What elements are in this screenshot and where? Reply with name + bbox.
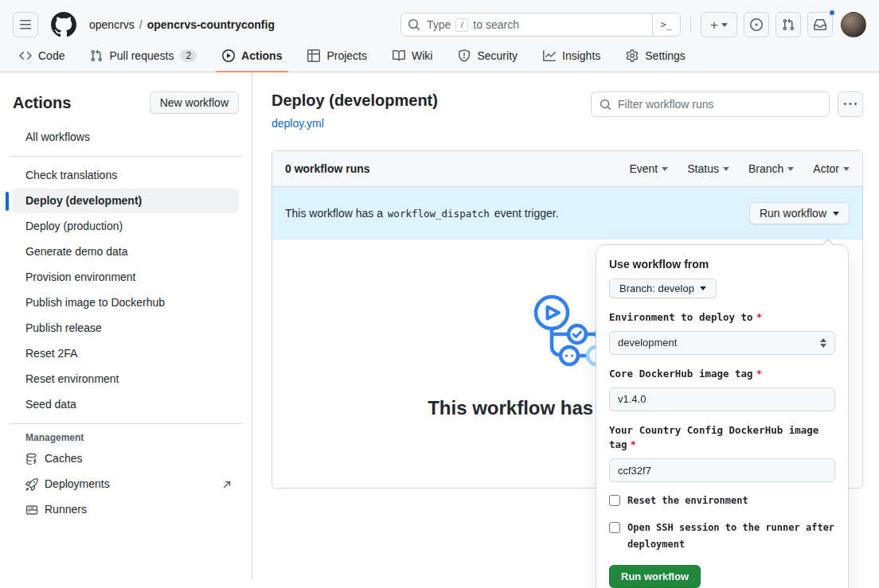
sidebar-item-runners[interactable]: Runners [13,497,239,522]
management-section-heading: Management [13,432,239,443]
branch-filter-dropdown[interactable]: Branch [748,162,794,175]
tab-projects[interactable]: Projects [301,45,373,72]
shield-icon [458,49,471,62]
sidebar-item-workflow[interactable]: Deploy (production) [13,214,239,239]
workflow-file-link[interactable]: deploy.yml [272,117,324,130]
caret-down-icon [700,286,706,290]
workflow-runs-count: 0 workflow runs [285,162,370,175]
caret-down-icon [787,167,794,171]
workflow-options-button[interactable] [838,92,863,117]
core-image-tag-input[interactable] [609,387,835,411]
tab-security[interactable]: Security [451,45,524,72]
breadcrumb: opencrvs / opencrvs-countryconfig [89,18,275,31]
banner-text: This workflow has a workflow_dispatch ev… [285,207,559,220]
event-filter-dropdown[interactable]: Event [629,162,668,175]
reset-environment-checkbox-row[interactable]: Reset the environment [609,493,835,509]
sidebar-item-workflow-selected[interactable]: Deploy (development) [13,189,239,213]
run-workflow-panel: Use workflow from Branch: develop Enviro… [596,244,849,588]
tab-actions[interactable]: Actions [216,45,288,72]
search-icon [600,99,611,111]
user-avatar[interactable] [841,12,866,37]
issues-button[interactable] [744,12,769,37]
required-asterisk: * [756,368,763,380]
sidebar-item-workflow[interactable]: Publish release [13,316,239,341]
environment-select[interactable]: development [609,331,835,355]
sidebar-item-workflow[interactable]: Generate demo data [13,239,239,264]
required-asterisk: * [756,311,763,323]
three-bars-icon [19,18,32,31]
unread-notification-dot [828,9,836,17]
search-placeholder: Type / to search [427,18,652,32]
countryconfig-image-tag-label: Your Country Config DockerHub image tag* [609,423,835,454]
sidebar-title: Actions [13,94,71,112]
countryconfig-image-tag-input[interactable] [609,458,835,482]
sidebar-item-workflow[interactable]: Provision environment [13,265,239,290]
breadcrumb-separator: / [139,18,143,31]
plus-icon: + [710,18,718,32]
sidebar-item-deployments[interactable]: Deployments [13,472,239,496]
github-logo-icon[interactable] [51,12,76,37]
pull-requests-count-badge: 2 [180,49,197,62]
global-search-input[interactable]: Type / to search >_ [400,13,681,37]
branch-selector-button[interactable]: Branch: develop [609,278,717,298]
command-palette-icon[interactable]: >_ [652,14,680,36]
use-workflow-from-label: Use workflow from [609,258,835,271]
workflow-dispatch-code: workflow_dispatch [388,208,490,220]
open-ssh-checkbox-row[interactable]: Open SSH session to the runner after dep… [609,520,835,553]
sidebar-item-caches[interactable]: Caches [13,446,239,471]
create-new-button[interactable]: + [701,12,737,37]
app-header: opencrvs / opencrvs-countryconfig Type /… [0,0,879,72]
slash-key-hint: / [455,18,468,32]
tab-insights[interactable]: Insights [537,45,607,72]
hamburger-menu-button[interactable] [13,12,38,37]
rocket-icon [25,478,38,491]
sidebar-item-workflow[interactable]: Check translations [13,163,239,188]
git-pull-request-icon [90,49,103,62]
sidebar-item-workflow[interactable]: Reset 2FA [13,341,239,366]
tab-code[interactable]: Code [13,45,71,72]
inbox-icon [814,18,826,31]
play-circle-icon [222,49,235,62]
caret-down-icon [662,167,668,171]
sidebar-divider [10,156,242,157]
kebab-horizontal-icon [844,98,857,111]
actor-filter-dropdown[interactable]: Actor [813,162,850,175]
caret-down-icon [833,212,839,216]
code-icon [19,49,32,62]
table-icon [307,49,320,62]
header-divider [690,17,691,33]
main-content: Deploy (development) deploy.yml 0 workfl… [252,72,879,579]
tab-wiki[interactable]: Wiki [386,45,439,72]
tab-pull-requests[interactable]: Pull requests 2 [84,45,203,72]
caret-down-icon [721,23,728,27]
git-pull-request-icon [782,18,795,31]
graph-icon [543,49,556,62]
filter-workflow-runs-field [591,92,830,117]
reset-environment-checkbox[interactable] [609,495,620,506]
breadcrumb-org-link[interactable]: opencrvs [89,18,135,31]
open-ssh-checkbox[interactable] [609,522,620,533]
status-filter-dropdown[interactable]: Status [687,162,729,175]
gear-icon [626,49,639,62]
book-icon [393,49,405,62]
page-title: Deploy (development) [272,92,438,110]
issue-opened-icon [750,18,763,31]
sidebar-item-workflow[interactable]: Reset environment [13,367,239,391]
arrow-up-right-icon [221,479,232,490]
runners-icon [25,504,38,516]
repo-nav: Code Pull requests 2 Actions Projects Wi… [0,45,879,72]
sidebar-item-workflow[interactable]: Publish image to Dockerhub [13,290,239,315]
cache-icon [25,453,38,465]
breadcrumb-repo-link[interactable]: opencrvs-countryconfig [147,18,275,31]
run-workflow-dropdown-button[interactable]: Run workflow [749,202,850,224]
caret-down-icon [723,167,729,171]
filter-workflow-runs-input[interactable] [618,98,821,111]
run-workflow-submit-button[interactable]: Run workflow [609,565,701,588]
sidebar-item-workflow[interactable]: Seed data [13,392,239,417]
actions-sidebar: Actions New workflow All workflows Check… [0,72,252,579]
pull-requests-button[interactable] [775,12,801,37]
tab-settings[interactable]: Settings [619,45,692,72]
workflow-dispatch-banner: This workflow has a workflow_dispatch ev… [272,187,862,239]
new-workflow-button[interactable]: New workflow [150,92,239,114]
sidebar-item-all-workflows[interactable]: All workflows [13,125,239,150]
